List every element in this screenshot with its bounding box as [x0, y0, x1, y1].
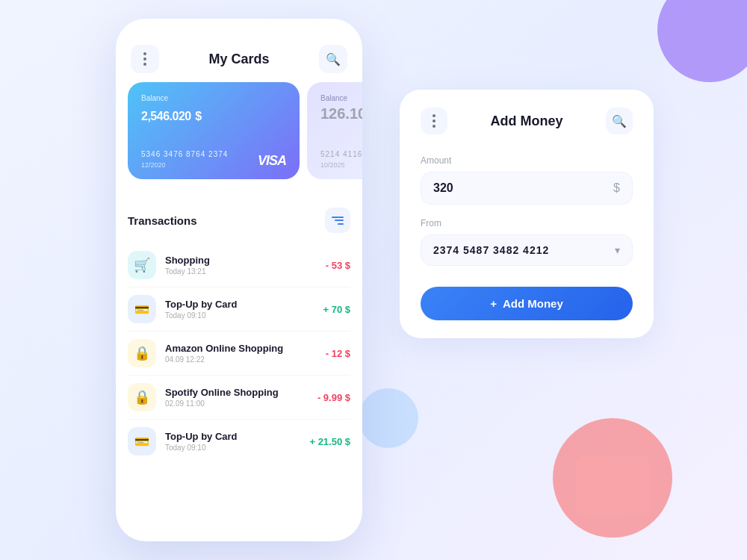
transaction-item[interactable]: 🛒 Shopping Today 13:21 - 53 $ — [128, 243, 350, 287]
transactions-panel: Transactions 🛒 Shopping Today 13:21 - 53… — [116, 194, 362, 493]
decorative-circle-blue — [359, 388, 418, 448]
add-money-button[interactable]: + Add Money — [421, 287, 633, 320]
transaction-icon-card2: 💳 — [128, 427, 156, 455]
transaction-amount: - 9.99 $ — [317, 392, 350, 403]
chevron-down-icon: ▾ — [615, 244, 620, 256]
card-secondary-balance-amount: 126.10 $ — [320, 105, 362, 122]
card-number: 5346 3476 8764 2374 — [141, 150, 228, 158]
add-money-title: Add Money — [491, 113, 563, 129]
add-money-panel: Add Money 🔍 Amount $ From 2374 5487 3482… — [400, 90, 654, 338]
transaction-info: Amazon Online Shopping 04.09 12:22 — [165, 343, 326, 364]
card-secondary-balance-label: Balance — [320, 94, 362, 102]
menu-button[interactable] — [131, 45, 159, 73]
amount-input[interactable] — [433, 181, 613, 195]
transaction-item[interactable]: 💳 Top-Up by Card Today 09:10 + 70 $ — [128, 287, 350, 332]
transaction-icon-spotify: 🔒 — [128, 383, 156, 411]
dots-menu-icon — [143, 52, 146, 66]
transaction-name: Amazon Online Shopping — [165, 343, 326, 354]
add-money-button-label: Add Money — [503, 297, 563, 310]
decorative-circle-purple — [657, 0, 747, 82]
cards-carousel: Balance 2,546.020 $ 5346 3476 8764 2374 … — [116, 82, 362, 191]
card-secondary-expiry: 10/2025 — [320, 161, 345, 169]
transaction-info: Spotify Online Shopping 02.09 11:00 — [165, 387, 317, 408]
card-balance-label: Balance — [141, 94, 286, 102]
filter-button[interactable] — [325, 208, 350, 233]
transaction-amount: - 12 $ — [326, 348, 350, 359]
transaction-name: Spotify Online Shopping — [165, 387, 317, 398]
transaction-icon-card: 💳 — [128, 295, 156, 323]
search-button[interactable]: 🔍 — [319, 45, 347, 73]
card-primary[interactable]: Balance 2,546.020 $ 5346 3476 8764 2374 … — [128, 82, 300, 179]
transaction-info: Top-Up by Card Today 09:10 — [165, 431, 309, 452]
amount-input-row[interactable]: $ — [421, 172, 633, 205]
transaction-date: Today 09:10 — [165, 311, 323, 320]
card-expiry: 12/2020 — [141, 161, 166, 169]
transaction-info: Shopping Today 13:21 — [165, 255, 326, 276]
transaction-date: 02.09 11:00 — [165, 399, 317, 408]
phone-notch — [209, 19, 269, 35]
decorative-rect-pink — [575, 455, 650, 515]
phone-frame: My Cards 🔍 Balance 2,546.020 $ 5346 3476… — [116, 19, 362, 541]
transaction-date: Today 09:10 — [165, 444, 309, 452]
transaction-date: Today 13:21 — [165, 267, 326, 276]
transaction-info: Top-Up by Card Today 09:10 — [165, 299, 323, 320]
from-card-select[interactable]: 2374 5487 3482 4212 ▾ — [421, 234, 633, 266]
transaction-amount: + 70 $ — [323, 304, 350, 315]
amount-label: Amount — [421, 155, 633, 166]
transaction-item[interactable]: 💳 Top-Up by Card Today 09:10 + 21.50 $ — [128, 420, 350, 463]
search-icon: 🔍 — [326, 52, 341, 66]
from-label: From — [421, 218, 633, 228]
card-secondary[interactable]: Balance 126.10 $ 5214 4116 8614 2717 10/… — [307, 82, 362, 179]
transaction-name: Shopping — [165, 255, 326, 266]
card-brand: VISA — [258, 153, 286, 169]
add-money-search-button[interactable]: 🔍 — [606, 108, 633, 134]
card-balance-amount: 2,546.020 $ — [141, 105, 286, 125]
transactions-title: Transactions — [128, 214, 197, 227]
page-title: My Cards — [208, 52, 269, 67]
transaction-name: Top-Up by Card — [165, 299, 323, 310]
card-secondary-number: 5214 4116 8614 2717 — [320, 150, 362, 158]
currency-symbol: $ — [613, 181, 620, 195]
plus-icon: + — [490, 297, 497, 310]
transactions-header: Transactions — [128, 208, 350, 233]
transaction-date: 04.09 12:22 — [165, 355, 326, 364]
transaction-name: Top-Up by Card — [165, 431, 309, 442]
transaction-amount: - 53 $ — [326, 260, 350, 271]
dots-menu-icon — [433, 114, 436, 128]
from-card-value: 2374 5487 3482 4212 — [433, 244, 615, 256]
filter-icon — [332, 217, 344, 225]
transaction-icon-amazon: 🔒 — [128, 339, 156, 367]
transaction-icon-shopping: 🛒 — [128, 251, 156, 279]
search-icon: 🔍 — [612, 114, 627, 128]
transaction-item[interactable]: 🔒 Spotify Online Shopping 02.09 11:00 - … — [128, 376, 350, 420]
transaction-amount: + 21.50 $ — [309, 436, 350, 447]
add-money-menu-button[interactable] — [421, 108, 447, 134]
transaction-item[interactable]: 🔒 Amazon Online Shopping 04.09 12:22 - 1… — [128, 332, 350, 376]
add-money-header: Add Money 🔍 — [421, 108, 633, 134]
